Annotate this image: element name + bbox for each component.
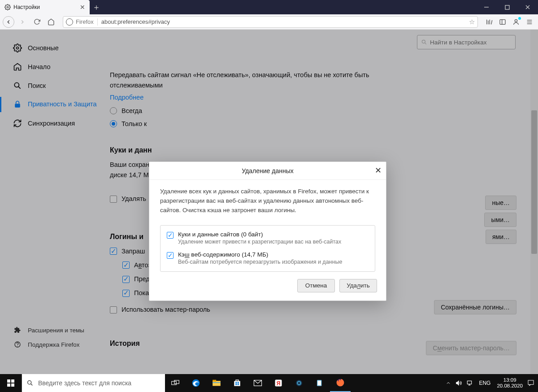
mail-icon[interactable]: [247, 374, 268, 392]
svg-point-27: [28, 381, 31, 384]
tray-chevron-up-icon[interactable]: [446, 380, 451, 386]
svg-line-28: [31, 384, 33, 386]
checkbox-checked-icon: ✓: [167, 252, 174, 259]
reload-button[interactable]: [30, 16, 43, 28]
tray-language[interactable]: ENG: [477, 380, 492, 386]
option-cookies[interactable]: ✓ Куки и данные сайтов (0 байт) Удаление…: [167, 231, 369, 245]
svg-point-0: [7, 6, 9, 8]
svg-rect-30: [174, 380, 179, 384]
tray-network-icon[interactable]: [466, 380, 473, 386]
bookmark-star-icon[interactable]: ☆: [469, 18, 475, 26]
svg-rect-24: [11, 379, 14, 383]
preferences-content: Основные Начало Поиск Приватность и Защи…: [0, 30, 538, 374]
browser-tab[interactable]: Настройки ✕: [0, 0, 90, 14]
tray-notifications-icon[interactable]: [527, 379, 534, 387]
app-menu-icon[interactable]: [524, 16, 535, 28]
back-button[interactable]: [3, 16, 14, 28]
windows-search-input[interactable]: Введите здесь текст для поиска: [22, 374, 165, 392]
svg-rect-32: [213, 381, 221, 386]
svg-rect-39: [238, 384, 239, 385]
firefox-identity-icon: [66, 18, 73, 26]
dialog-title: Удаление данных ✕: [149, 162, 386, 180]
svg-rect-38: [235, 384, 237, 385]
search-icon: [26, 379, 34, 387]
svg-rect-23: [7, 379, 10, 383]
svg-rect-49: [468, 381, 472, 384]
new-tab-button[interactable]: ＋: [90, 0, 103, 14]
svg-rect-25: [7, 383, 10, 387]
yandex-icon[interactable]: Я: [268, 374, 289, 392]
app-icon-1[interactable]: [289, 374, 309, 392]
svg-rect-26: [11, 383, 14, 387]
forward-button[interactable]: [16, 16, 29, 28]
search-placeholder: Введите здесь текст для поиска: [38, 379, 131, 387]
svg-rect-29: [172, 381, 177, 385]
gear-icon: [4, 4, 11, 10]
svg-point-11: [515, 19, 517, 22]
dialog-clear-button[interactable]: Удалить: [339, 279, 377, 292]
urlbar-address: about:preferences#privacy: [101, 18, 469, 25]
dialog-close-icon[interactable]: ✕: [375, 166, 382, 175]
option-description: Веб-сайтам потребуется перезагрузить изо…: [178, 259, 342, 265]
windows-taskbar: Введите здесь текст для поиска Я ENG 13:…: [0, 374, 538, 392]
svg-rect-52: [528, 380, 534, 384]
tab-title: Настройки: [13, 4, 80, 10]
account-icon[interactable]: [510, 16, 522, 28]
urlbar-brand: Firefox: [76, 18, 94, 25]
svg-rect-9: [500, 19, 505, 24]
dialog-cancel-button[interactable]: Отмена: [297, 279, 335, 292]
option-cache[interactable]: ✓ Кэш веб-содержимого (14,7 МБ) Веб-сайт…: [167, 251, 369, 265]
svg-point-43: [296, 380, 302, 386]
svg-rect-46: [318, 381, 321, 386]
tray-clock[interactable]: 13:09 20.08.2020: [497, 377, 523, 389]
dialog-options: ✓ Куки и данные сайтов (0 байт) Удаление…: [160, 225, 375, 272]
url-bar[interactable]: Firefox about:preferences#privacy ☆: [63, 16, 478, 28]
tab-close-icon[interactable]: ✕: [80, 4, 85, 11]
svg-text:Я: Я: [277, 380, 281, 387]
sidebar-icon[interactable]: [497, 16, 508, 28]
window-maximize-button[interactable]: [497, 0, 517, 14]
svg-rect-33: [213, 380, 216, 382]
window-minimize-button[interactable]: [476, 0, 497, 14]
svg-rect-37: [238, 382, 239, 383]
window-close-button[interactable]: [517, 0, 538, 14]
clear-data-dialog: Удаление данных ✕ Удаление всех кук и да…: [149, 161, 386, 301]
firefox-taskbar-icon[interactable]: [330, 374, 351, 392]
app-icon-2[interactable]: [309, 374, 330, 392]
option-label: Кэш веб-содержимого (14,7 МБ): [178, 251, 342, 258]
option-label: Куки и данные сайтов (0 байт): [178, 231, 341, 238]
task-view-icon[interactable]: [165, 374, 186, 392]
svg-rect-36: [235, 382, 237, 383]
home-button[interactable]: [45, 16, 57, 28]
svg-rect-35: [234, 381, 240, 386]
window-titlebar: Настройки ✕ ＋: [0, 0, 538, 14]
svg-line-8: [491, 20, 492, 24]
edge-icon[interactable]: [186, 374, 206, 392]
store-icon[interactable]: [227, 374, 247, 392]
tray-volume-icon[interactable]: [456, 380, 462, 386]
checkbox-checked-icon: ✓: [167, 232, 174, 239]
svg-rect-34: [213, 382, 221, 383]
start-button[interactable]: [0, 374, 22, 392]
dialog-body-text: Удаление всех кук и данных сайтов, храни…: [149, 180, 386, 219]
svg-marker-48: [456, 381, 459, 385]
file-explorer-icon[interactable]: [206, 374, 227, 392]
navigation-toolbar: Firefox about:preferences#privacy ☆: [0, 14, 538, 30]
option-description: Удаление может привести к разрегистрации…: [178, 239, 341, 245]
svg-rect-2: [505, 5, 509, 9]
system-tray: ENG 13:09 20.08.2020: [446, 377, 538, 389]
library-icon[interactable]: [483, 16, 495, 28]
